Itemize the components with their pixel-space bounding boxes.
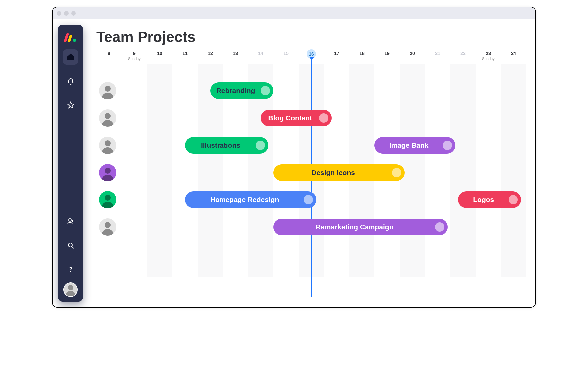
gantt-body: RebrandingBlog ContentIllustrationsImage… xyxy=(96,64,526,277)
star-icon xyxy=(67,101,74,109)
date-cell[interactable]: 13 xyxy=(223,50,248,61)
date-cell[interactable]: 18 xyxy=(349,50,374,61)
date-cell[interactable]: 21 xyxy=(425,50,450,61)
main-content: Team Projects 89Sunday101112131415161718… xyxy=(83,19,535,307)
sidebar xyxy=(58,25,83,302)
date-number: 14 xyxy=(248,51,273,56)
nav-home[interactable] xyxy=(63,49,78,65)
page-title: Team Projects xyxy=(96,29,526,45)
app-window: Team Projects 89Sunday101112131415161718… xyxy=(52,7,536,308)
search-icon xyxy=(67,241,74,249)
task-handle[interactable] xyxy=(443,141,452,150)
task-handle[interactable] xyxy=(509,195,518,204)
date-cell[interactable]: 10 xyxy=(147,50,172,61)
window-close-dot[interactable] xyxy=(57,11,61,16)
date-number: 18 xyxy=(349,51,374,56)
date-cell[interactable]: 17 xyxy=(324,50,349,61)
window-titlebar xyxy=(53,7,535,19)
date-number: 24 xyxy=(501,51,526,56)
task-bar[interactable]: Image Bank xyxy=(374,137,455,154)
svg-point-2 xyxy=(70,271,71,272)
help-icon xyxy=(67,265,74,273)
date-cell[interactable]: 19 xyxy=(374,50,400,61)
date-cell[interactable]: 20 xyxy=(400,50,425,61)
gantt-row: Design Icons xyxy=(96,159,526,186)
gantt-row: Remarketing Campaign xyxy=(96,213,526,241)
task-handle[interactable] xyxy=(392,168,401,177)
date-number: 19 xyxy=(374,51,400,56)
date-number: 13 xyxy=(223,51,248,56)
task-label: Image Bank xyxy=(389,141,429,149)
date-number: 21 xyxy=(425,51,450,56)
task-bar[interactable]: Rebranding xyxy=(210,82,273,99)
date-sub-label: Sunday xyxy=(476,57,501,61)
row-avatar[interactable] xyxy=(99,109,116,127)
date-number: 20 xyxy=(400,51,425,56)
gantt-row: Homepage RedesignLogos xyxy=(96,186,526,213)
date-cell[interactable]: 15 xyxy=(273,50,299,61)
task-handle[interactable] xyxy=(256,141,265,150)
date-number: 12 xyxy=(198,51,223,56)
date-number: 10 xyxy=(147,51,172,56)
home-icon xyxy=(67,53,74,61)
date-cell[interactable]: 11 xyxy=(172,50,198,61)
date-number: 15 xyxy=(273,51,299,56)
date-cell[interactable]: 8 xyxy=(96,50,122,61)
task-handle[interactable] xyxy=(435,222,444,232)
gantt-row: IllustrationsImage Bank xyxy=(96,132,526,159)
gantt-row: Blog Content xyxy=(96,104,526,132)
date-sub-label: Sunday xyxy=(122,57,147,61)
nav-favorites[interactable] xyxy=(63,97,78,113)
task-label: Blog Content xyxy=(268,114,312,122)
svg-point-1 xyxy=(68,243,72,247)
row-avatar[interactable] xyxy=(99,191,116,208)
date-cell[interactable]: 24 xyxy=(501,50,526,61)
date-number: 8 xyxy=(96,51,122,56)
task-label: Logos xyxy=(473,196,494,204)
task-label: Homepage Redesign xyxy=(210,196,279,204)
nav-notifications[interactable] xyxy=(63,73,78,89)
task-bar[interactable]: Blog Content xyxy=(261,110,332,126)
date-number: 9 xyxy=(122,51,147,56)
date-cell[interactable]: 12 xyxy=(198,50,223,61)
current-user-avatar[interactable] xyxy=(63,282,78,297)
task-bar[interactable]: Remarketing Campaign xyxy=(273,219,448,235)
date-cell[interactable]: 14 xyxy=(248,50,273,61)
task-bar[interactable]: Design Icons xyxy=(273,164,405,181)
date-number: 23 xyxy=(476,51,501,56)
date-cell[interactable]: 9Sunday xyxy=(122,50,147,61)
task-label: Illustrations xyxy=(201,141,240,149)
gantt-row: Rebranding xyxy=(96,77,526,104)
task-bar[interactable]: Homepage Redesign xyxy=(185,191,316,208)
task-bar[interactable]: Logos xyxy=(458,191,521,208)
nav-help[interactable] xyxy=(63,262,78,277)
task-handle[interactable] xyxy=(261,86,270,95)
task-bar[interactable]: Illustrations xyxy=(185,137,268,154)
gantt-chart: 89Sunday1011121314151617181920212223Sund… xyxy=(96,50,526,277)
add-user-icon xyxy=(67,217,74,225)
nav-search[interactable] xyxy=(63,238,78,253)
task-label: Remarketing Campaign xyxy=(316,223,394,231)
task-handle[interactable] xyxy=(304,195,313,204)
sidebar-nav-bottom xyxy=(63,214,78,277)
row-avatar[interactable] xyxy=(99,82,116,99)
svg-point-0 xyxy=(69,219,71,221)
window-minimize-dot[interactable] xyxy=(64,11,69,16)
sidebar-nav-top xyxy=(63,49,78,113)
date-cell[interactable]: 23Sunday xyxy=(476,50,501,61)
date-cell[interactable]: 22 xyxy=(450,50,476,61)
date-number: 22 xyxy=(450,51,476,56)
task-handle[interactable] xyxy=(319,113,328,123)
nav-add-user[interactable] xyxy=(63,214,78,229)
task-label: Design Icons xyxy=(311,169,355,177)
row-avatar[interactable] xyxy=(99,164,116,181)
task-label: Rebranding xyxy=(217,87,255,95)
row-avatar[interactable] xyxy=(99,218,116,236)
bell-icon xyxy=(67,77,74,85)
window-zoom-dot[interactable] xyxy=(71,11,76,16)
app-logo[interactable] xyxy=(65,31,76,42)
row-avatar[interactable] xyxy=(99,137,116,154)
date-number: 17 xyxy=(324,51,349,56)
date-number: 11 xyxy=(172,51,198,56)
